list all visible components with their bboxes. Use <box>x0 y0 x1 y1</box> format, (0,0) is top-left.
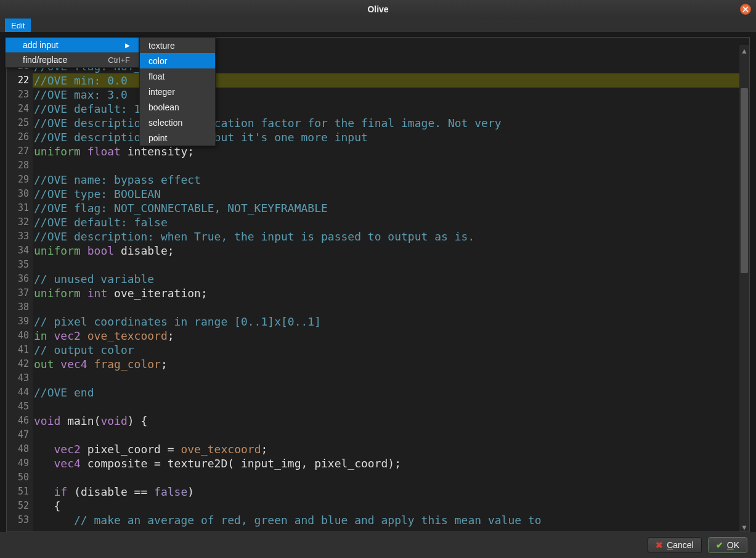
code-line <box>33 300 749 314</box>
edit-dropdown: add input ▶ find/replace Ctrl+F <box>5 37 139 68</box>
line-number: 43 <box>7 371 29 385</box>
menu-edit[interactable]: Edit <box>5 18 31 32</box>
add-input-submenu: texture color float integer boolean sele… <box>139 37 216 146</box>
code-line: vec4 composite = texture2D( input_img, p… <box>33 456 749 470</box>
window-title: Olive <box>367 4 388 14</box>
line-number: 23 <box>7 88 29 102</box>
line-number: 40 <box>7 329 29 343</box>
ok-icon: ✔ <box>716 540 723 550</box>
line-number: 32 <box>7 215 29 229</box>
line-number: 25 <box>7 116 29 130</box>
line-number: 26 <box>7 130 29 144</box>
submenu-texture[interactable]: texture <box>140 38 215 53</box>
code-line: uniform float intensity; <box>33 144 749 158</box>
code-line: { <box>33 499 749 513</box>
line-number: 47 <box>7 428 29 442</box>
code-line: //OVE type: BOOLEAN <box>33 187 749 201</box>
code-line <box>33 400 749 414</box>
code-line: in vec2 ove_texcoord; <box>33 329 749 343</box>
line-number-gutter: 2021222324252627282930313233343536373839… <box>7 45 33 531</box>
code-line <box>33 428 749 442</box>
code-line: // make an average of red, green and blu… <box>33 513 749 527</box>
code-line: uniform int ove_iteration; <box>33 286 749 300</box>
code-line <box>33 470 749 485</box>
vertical-scrollbar[interactable]: ▴ ▾ <box>739 45 749 531</box>
code-line: // output color <box>33 343 749 357</box>
dialog-footer: ✖ Cancel ✔ OK <box>0 532 756 558</box>
line-number: 48 <box>7 442 29 456</box>
line-number: 22 <box>7 73 29 88</box>
scroll-up-icon[interactable]: ▴ <box>739 45 749 55</box>
line-number: 24 <box>7 102 29 116</box>
code-editor[interactable]: 2021222324252627282930313233343536373839… <box>7 45 749 531</box>
line-number: 29 <box>7 173 29 187</box>
code-line: void main(void) { <box>33 414 749 428</box>
code-line <box>33 158 749 173</box>
code-line: //OVE name: bypass effect <box>33 173 749 187</box>
line-number: 52 <box>7 499 29 513</box>
code-line: // unused variable <box>33 272 749 286</box>
cancel-button[interactable]: ✖ Cancel <box>648 537 702 553</box>
code-line: //OVE description: when True, the input … <box>33 229 749 244</box>
line-number: 36 <box>7 272 29 286</box>
titlebar: Olive <box>0 0 756 18</box>
submenu-point[interactable]: point <box>140 130 215 146</box>
line-number: 46 <box>7 414 29 428</box>
line-number: 39 <box>7 314 29 329</box>
line-number: 34 <box>7 244 29 258</box>
code-line: //OVE end <box>33 385 749 400</box>
scrollbar-thumb[interactable] <box>741 88 748 273</box>
line-number: 30 <box>7 187 29 201</box>
code-line <box>33 258 749 272</box>
scroll-down-icon[interactable]: ▾ <box>739 522 749 531</box>
menu-find-replace[interactable]: find/replace Ctrl+F <box>6 52 139 67</box>
line-number: 49 <box>7 456 29 470</box>
line-number: 53 <box>7 513 29 527</box>
line-number: 27 <box>7 144 29 158</box>
code-line: // pixel coordinates in range [0..1]x[0.… <box>33 314 749 329</box>
line-number: 51 <box>7 485 29 499</box>
menu-find-replace-label: find/replace <box>23 55 67 65</box>
line-number: 45 <box>7 400 29 414</box>
menubar: Edit <box>0 18 756 32</box>
code-line: out vec4 frag_color; <box>33 357 749 371</box>
submenu-arrow-icon: ▶ <box>125 42 130 49</box>
line-number: 41 <box>7 343 29 357</box>
line-number: 42 <box>7 357 29 371</box>
editor-container: 2021222324252627282930313233343536373839… <box>6 37 750 532</box>
submenu-boolean[interactable]: boolean <box>140 99 215 115</box>
code-line: //OVE default: false <box>33 215 749 229</box>
code-line: if (disable == false) <box>33 485 749 499</box>
submenu-float[interactable]: float <box>140 68 215 84</box>
line-number: 44 <box>7 385 29 400</box>
ok-button[interactable]: ✔ OK <box>708 537 747 553</box>
line-number: 33 <box>7 229 29 244</box>
line-number: 28 <box>7 158 29 173</box>
line-number: 50 <box>7 470 29 485</box>
menu-add-input-label: add input <box>23 40 59 50</box>
find-shortcut-label: Ctrl+F <box>108 55 130 65</box>
line-number: 35 <box>7 258 29 272</box>
menu-add-input[interactable]: add input ▶ <box>6 38 139 52</box>
line-number: 37 <box>7 286 29 300</box>
submenu-selection[interactable]: selection <box>140 115 215 130</box>
line-number: 31 <box>7 201 29 215</box>
ok-label: OK <box>727 540 739 550</box>
close-icon[interactable] <box>740 4 751 15</box>
code-line: //OVE flag: NOT_CONNECTABLE, NOT_KEYFRAM… <box>33 201 749 215</box>
code-line: vec2 pixel_coord = ove_texcoord; <box>33 442 749 456</box>
line-number: 38 <box>7 300 29 314</box>
submenu-integer[interactable]: integer <box>140 84 215 99</box>
cancel-icon: ✖ <box>656 540 663 550</box>
submenu-color[interactable]: color <box>140 53 215 68</box>
code-line <box>33 371 749 385</box>
code-line: uniform bool disable; <box>33 244 749 258</box>
cancel-label: Cancel <box>667 540 694 550</box>
